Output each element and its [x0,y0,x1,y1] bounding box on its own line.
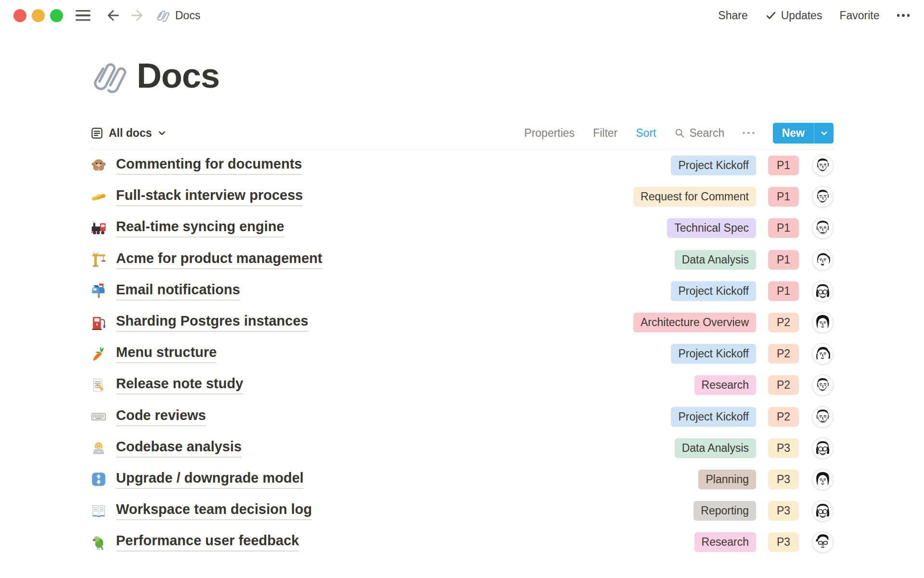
doc-title[interactable]: Email notifications [116,282,240,301]
table-row[interactable]: Codebase analysis Data Analysis P3 [90,433,834,464]
new-button[interactable]: New [773,123,834,144]
window-controls [13,9,63,22]
avatar[interactable] [812,312,834,333]
table-row[interactable]: Sharding Postgres instances Architecture… [90,307,834,338]
tag-pill[interactable]: Research [694,532,756,552]
doc-title[interactable]: Menu structure [116,344,217,363]
more-options-icon[interactable] [897,14,910,17]
table-row[interactable]: Commenting for documents Project Kickoff… [90,150,834,181]
table-row[interactable]: Email notifications Project Kickoff P1 [90,276,834,307]
priority-pill[interactable]: P1 [768,281,799,301]
book-icon [90,503,107,519]
favorite-button[interactable]: Favorite [839,9,879,22]
avatar[interactable] [812,155,834,176]
priority-pill[interactable]: P3 [768,532,799,552]
doc-title[interactable]: Performance user feedback [116,533,299,552]
avatar[interactable] [812,249,834,271]
breadcrumb[interactable]: Docs [156,8,200,23]
forward-arrow-icon[interactable] [129,7,145,24]
doc-title[interactable]: Commenting for documents [116,156,302,175]
new-button-dropdown[interactable] [814,123,834,144]
tag-pill[interactable]: Research [694,375,756,395]
avatar[interactable] [812,406,834,428]
avatar[interactable] [812,343,834,365]
priority-pill[interactable]: P2 [768,344,799,364]
updates-button[interactable]: Updates [765,9,822,22]
updown-icon [90,471,107,487]
tag-pill[interactable]: Project Kickoff [671,156,756,175]
chevron-down-icon [158,129,166,137]
avatar[interactable] [812,186,834,208]
tag-pill[interactable]: Architecture Overview [633,313,756,332]
table-row[interactable]: Acme for product management Data Analysi… [90,244,834,276]
doc-title[interactable]: Acme for product management [116,250,322,269]
priority-pill[interactable]: P2 [768,375,799,395]
priority-pill[interactable]: P1 [768,218,799,238]
window-titlebar: Docs Share Updates Favorite [0,0,924,31]
fuelpump-icon [90,315,107,331]
doc-title[interactable]: Real-time syncing engine [116,219,284,237]
back-arrow-icon[interactable] [105,7,121,24]
minimize-window-button[interactable] [32,9,45,22]
doc-title[interactable]: Code reviews [116,407,206,426]
close-window-button[interactable] [13,9,26,22]
memo-icon [90,377,107,394]
tag-pill[interactable]: Data Analysis [675,250,756,270]
tag-pill[interactable]: Project Kickoff [671,344,756,364]
priority-pill[interactable]: P3 [768,470,799,489]
priority-pill[interactable]: P1 [768,156,799,175]
page-paperclips-icon[interactable] [90,57,129,95]
sidebar-toggle-icon[interactable] [76,10,90,21]
tag-pill[interactable]: Reporting [693,501,756,521]
tag-pill[interactable]: Project Kickoff [671,407,756,427]
share-button[interactable]: Share [718,9,747,22]
page-title[interactable]: Docs [137,58,219,94]
tag-pill[interactable]: Data Analysis [675,438,756,458]
tag-pill[interactable]: Request for Comment [633,187,756,207]
priority-pill[interactable]: P2 [768,407,799,427]
priority-pill[interactable]: P1 [768,250,799,270]
avatar[interactable] [812,531,834,553]
avatar[interactable] [812,437,834,459]
doc-title[interactable]: Upgrade / downgrade model [116,470,304,489]
avatar[interactable] [812,374,834,396]
doc-title[interactable]: Sharding Postgres instances [116,313,308,332]
priority-pill[interactable]: P2 [768,313,799,332]
table-row[interactable]: Code reviews Project Kickoff P2 [90,401,834,433]
technologist-icon [90,440,107,456]
avatar[interactable] [812,280,834,302]
page-header: Docs [90,57,834,95]
table-row[interactable]: Upgrade / downgrade model Planning P3 [90,464,834,495]
priority-pill[interactable]: P1 [768,187,799,207]
table-row[interactable]: Release note study Research P2 [90,369,834,401]
avatar[interactable] [812,500,834,522]
doc-title[interactable]: Workspace team decision log [116,501,312,520]
view-more-options-icon[interactable] [743,132,754,134]
table-row[interactable]: Full-stack interview process Request for… [90,181,834,212]
table-row[interactable]: Menu structure Project Kickoff P2 [90,338,834,369]
priority-pill[interactable]: P3 [768,438,799,458]
breadcrumb-title: Docs [175,9,200,22]
mailbox-icon [90,283,107,299]
properties-button[interactable]: Properties [524,127,575,140]
sort-button[interactable]: Sort [636,127,656,140]
table-row[interactable]: Performance user feedback Research P3 [90,526,834,558]
tag-pill[interactable]: Planning [698,470,756,489]
doc-title[interactable]: Full-stack interview process [116,187,303,206]
carrot-icon [90,346,107,362]
search-button[interactable]: Search [674,127,724,140]
check-icon [765,10,777,21]
tag-pill[interactable]: Project Kickoff [671,281,756,301]
doc-title[interactable]: Release note study [116,376,243,394]
avatar[interactable] [812,217,834,239]
doc-title[interactable]: Codebase analysis [116,439,242,458]
filter-button[interactable]: Filter [593,127,617,140]
table-row[interactable]: Workspace team decision log Reporting P3 [90,495,834,526]
view-switcher-all-docs[interactable]: All docs [90,127,166,140]
zoom-window-button[interactable] [50,9,63,22]
parrot-icon [90,534,107,551]
table-row[interactable]: Real-time syncing engine Technical Spec … [90,212,834,244]
priority-pill[interactable]: P3 [768,501,799,521]
avatar[interactable] [812,469,834,490]
tag-pill[interactable]: Technical Spec [667,218,756,238]
